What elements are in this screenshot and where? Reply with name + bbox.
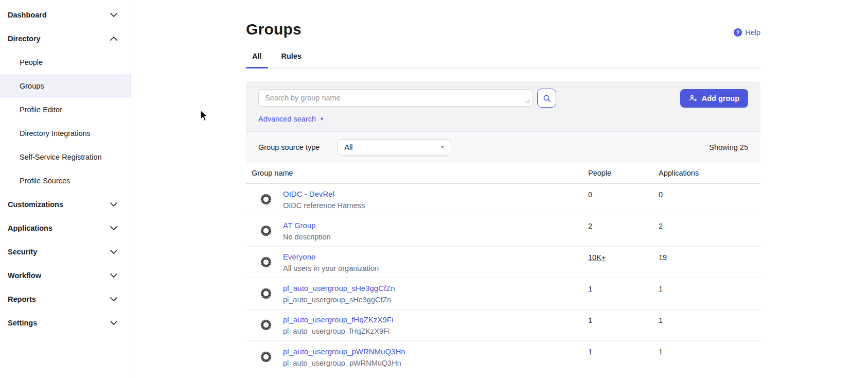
advanced-search-label: Advanced search [258,115,316,123]
sidebar-item-reports[interactable]: Reports [0,287,131,311]
people-count: 0 [588,184,659,215]
chevron-down-icon [110,297,117,301]
applications-count: 19 [659,247,760,278]
search-panel: Add group Advanced search ▼ Group source… [246,81,760,163]
column-header-people: People [588,169,659,177]
group-name-link[interactable]: OIDC - DevRel [283,190,365,198]
search-button[interactable] [537,89,556,108]
table-row: Everyone All users in your organization … [246,247,760,278]
group-description: pl_auto_usergroup_sHe3ggCfZn [283,296,395,304]
people-count: 2 [588,215,659,246]
showing-count: Showing 25 [709,143,748,151]
select-value: All [344,143,352,151]
advanced-search-link[interactable]: Advanced search ▼ [258,115,324,123]
sidebar-item-label: Workflow [8,271,41,280]
group-burst-icon [260,225,272,237]
question-mark-icon: ? [734,28,742,37]
table-row: AT Group No description 2 2 [246,215,760,247]
group-description: OIDC reference Harness [283,201,365,210]
add-group-label: Add group [702,94,739,102]
group-description: No description [283,233,331,241]
caret-down-icon: ▼ [440,145,445,150]
sidebar-item-security[interactable]: Security [0,240,131,264]
search-icon [543,94,551,102]
search-input[interactable] [258,89,533,107]
group-name-link[interactable]: pl_auto_usergroup_fHqZKzX9Fi [283,315,393,324]
chevron-down-icon [110,321,117,325]
people-count: 1 [588,341,659,372]
group-name-link[interactable]: Everyone [283,252,379,261]
chevron-down-icon [110,250,117,254]
tab-all[interactable]: All [246,52,268,68]
chevron-down-icon [110,226,117,230]
applications-count: 1 [659,278,760,309]
chevron-up-icon [110,37,117,41]
sidebar-item-directory-integrations[interactable]: Directory Integrations [0,122,131,145]
group-burst-icon [260,193,272,205]
main-content: ? Help Groups All Rules [131,0,868,378]
sidebar-item-dashboard[interactable]: Dashboard [0,3,131,27]
add-group-icon [689,94,698,102]
chevron-down-icon [110,273,117,278]
sidebar-item-applications[interactable]: Applications [0,216,131,240]
sidebar-item-label: Directory [8,35,41,43]
sidebar-item-label: Self-Service Registration [20,153,102,161]
admin-console: Dashboard Directory People Groups Profil… [0,0,868,378]
table-header: Group name People Applications [246,163,760,184]
sidebar-item-label: Settings [8,319,37,327]
group-burst-icon [260,351,272,363]
group-description: All users in your organization [283,264,379,272]
table-row: pl_auto_usergroup_fHqZKzX9Fi pl_auto_use… [246,310,760,341]
table-row: pl_auto_usergroup_pWRNMuQ3Hn pl_auto_use… [246,341,760,372]
groups-table: Group name People Applications OIDC - De… [246,163,760,372]
sidebar-item-label: People [20,58,43,66]
group-name-link[interactable]: AT Group [283,221,331,230]
sidebar-item-label: Dashboard [8,11,47,19]
sidebar: Dashboard Directory People Groups Profil… [0,0,131,378]
caret-down-icon: ▼ [320,116,324,122]
group-description: pl_auto_usergroup_fHqZKzX9Fi [283,327,393,335]
chevron-down-icon [110,202,117,207]
group-name-link[interactable]: pl_auto_usergroup_pWRNMuQ3Hn [283,347,405,356]
group-source-type-select[interactable]: All ▼ [338,139,451,156]
people-count-link[interactable]: 10K+ [588,253,606,262]
sidebar-item-self-service-registration[interactable]: Self-Service Registration [0,145,131,169]
group-description: pl_auto_usergroup_pWRNMuQ3Hn [283,359,405,367]
sidebar-item-customizations[interactable]: Customizations [0,193,131,216]
sidebar-item-profile-sources[interactable]: Profile Sources [0,169,131,193]
people-count: 1 [588,278,659,309]
group-burst-icon [260,319,272,331]
group-source-type-label: Group source type [258,143,320,151]
people-count: 1 [588,310,659,340]
tab-bar: All Rules [246,52,760,68]
group-burst-icon [260,256,272,268]
applications-count: 1 [659,310,760,340]
group-name-link[interactable]: pl_auto_usergroup_sHe3ggCfZn [283,284,395,293]
sidebar-item-groups[interactable]: Groups [0,74,131,98]
chevron-down-icon [110,13,117,17]
applications-count: 0 [659,184,760,215]
column-header-applications: Applications [659,169,760,177]
applications-count: 2 [659,215,760,246]
sidebar-item-people[interactable]: People [0,50,131,74]
help-link[interactable]: ? Help [734,28,760,37]
tab-rules[interactable]: Rules [275,52,308,68]
add-group-button[interactable]: Add group [680,89,748,108]
sidebar-item-label: Profile Editor [20,106,62,114]
sidebar-item-settings[interactable]: Settings [0,311,131,335]
page-title: Groups [246,21,760,38]
sidebar-item-directory[interactable]: Directory [0,27,131,50]
table-row: pl_auto_usergroup_sHe3ggCfZn pl_auto_use… [246,278,760,310]
sidebar-item-workflow[interactable]: Workflow [0,264,131,287]
sidebar-item-label: Profile Sources [20,177,70,185]
sidebar-item-profile-editor[interactable]: Profile Editor [0,98,131,122]
applications-count: 1 [659,341,760,372]
sidebar-item-label: Customizations [8,200,63,209]
column-header-group-name: Group name [246,169,588,177]
help-label: Help [745,28,760,37]
sidebar-item-label: Directory Integrations [20,129,91,138]
sidebar-item-label: Groups [20,82,44,90]
group-burst-icon [260,287,272,300]
sidebar-item-label: Applications [8,224,52,232]
table-row: OIDC - DevRel OIDC reference Harness 0 0 [246,184,760,215]
